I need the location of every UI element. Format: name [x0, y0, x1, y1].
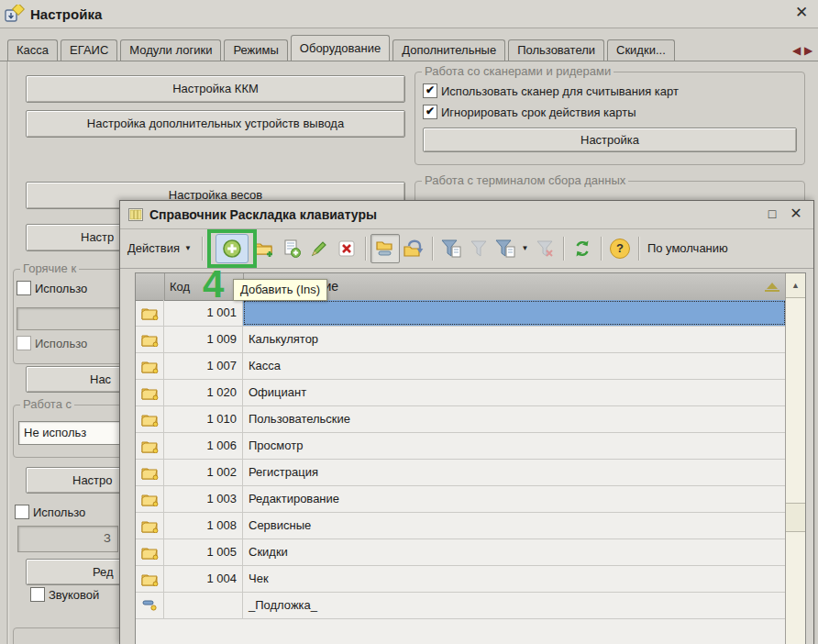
tab-kassa[interactable]: Касса — [7, 39, 58, 61]
toolbar-separator — [638, 237, 639, 261]
table-row[interactable]: 1 001 — [136, 300, 786, 327]
move-to-group-button[interactable] — [400, 235, 427, 262]
delete-icon — [337, 239, 357, 259]
code-cell[interactable]: 1 003 — [164, 486, 243, 512]
table-row[interactable]: _Подложка_ — [136, 593, 786, 619]
toolbar-separator — [432, 237, 433, 261]
scroll-up-icon[interactable]: ▲ — [786, 273, 805, 298]
folder-icon — [141, 439, 159, 453]
button-label-fragment: Нас — [90, 367, 111, 392]
table-row[interactable]: 1 002Регистрация — [136, 460, 786, 486]
header-icon-column[interactable] — [136, 273, 165, 300]
kkm-settings-button[interactable]: Настройка ККМ — [26, 75, 405, 103]
tab-skidki[interactable]: Скидки... — [607, 39, 675, 61]
code-cell[interactable] — [164, 593, 243, 618]
annotation-number: 4 — [203, 265, 224, 304]
code-cell[interactable]: 1 010 — [164, 406, 243, 432]
filter-history-icon — [494, 239, 516, 259]
copy-button[interactable] — [278, 235, 305, 262]
name-cell[interactable]: Пользовательские — [243, 406, 786, 432]
item-icon-cell — [136, 593, 164, 618]
code-cell[interactable]: 1 006 — [164, 433, 243, 459]
left-use-checkbox[interactable] — [15, 505, 29, 519]
filter-by-value-button[interactable] — [465, 235, 492, 262]
ignore-expiry-checkbox[interactable]: ✔ — [423, 105, 437, 119]
use-scanner-checkbox[interactable]: ✔ — [423, 83, 437, 98]
name-cell[interactable]: _Подложка_ — [243, 593, 786, 618]
code-cell[interactable]: 1 020 — [164, 380, 243, 405]
vertical-scrollbar[interactable]: ▲ — [785, 273, 805, 644]
not-used-combobox[interactable]: Не использ — [18, 421, 124, 445]
name-cell[interactable]: Редактирование — [243, 486, 786, 512]
add-group-button[interactable] — [250, 235, 278, 262]
ignore-expiry-label: Игнорировать срок действия карты — [441, 105, 636, 119]
name-cell[interactable]: Касса — [243, 353, 786, 379]
toolbar-separator — [365, 237, 366, 261]
name-cell[interactable]: Регистрация — [243, 460, 786, 485]
filter-sort-button[interactable] — [437, 235, 465, 262]
code-cell[interactable]: 1 008 — [164, 513, 243, 539]
code-cell[interactable]: 1 009 — [164, 327, 243, 352]
tab-dopolnitelnye[interactable]: Дополнительные — [392, 39, 505, 61]
table-row[interactable]: 1 010Пользовательские — [136, 406, 786, 433]
code-cell[interactable]: 1 007 — [164, 353, 243, 379]
table-row[interactable]: 1 009Калькулятор — [136, 327, 786, 353]
help-button[interactable]: ? — [606, 235, 634, 262]
edit-button-tool[interactable] — [305, 235, 333, 262]
name-cell[interactable]: Скидки — [243, 539, 786, 565]
tab-polzovateli[interactable]: Пользователи — [508, 39, 604, 61]
tab-moduli-logiki[interactable]: Модули логики — [120, 39, 221, 61]
tab-rezhimy[interactable]: Режимы — [224, 39, 287, 61]
actions-menu-button[interactable]: Действия ▼ — [127, 241, 192, 255]
name-cell[interactable]: Официант — [243, 380, 786, 405]
hotkeys-use2-checkbox[interactable] — [17, 336, 31, 350]
name-cell[interactable]: Чек — [243, 566, 786, 592]
copy-icon — [282, 239, 302, 259]
folder-icon — [141, 360, 159, 373]
table-row[interactable]: 1 007Касса — [136, 353, 786, 380]
tab-egais[interactable]: ЕГАИС — [61, 39, 117, 61]
code-cell[interactable]: 1 002 — [164, 460, 243, 485]
hotkeys-use-checkbox[interactable] — [17, 281, 31, 295]
disabled-field: З — [17, 526, 118, 552]
maximize-icon[interactable]: □ — [764, 205, 780, 222]
table-row[interactable]: 1 006Просмотр — [136, 433, 786, 460]
close-icon[interactable]: ✕ — [792, 4, 811, 22]
folder-icon — [141, 386, 159, 400]
table-row[interactable]: 1 005Скидки — [136, 539, 786, 566]
hotkeys-field — [17, 307, 123, 330]
main-titlebar: Настройка ✕ — [0, 0, 818, 28]
table-row[interactable]: 1 003Редактирование — [136, 486, 786, 513]
tab-scroll-left-icon[interactable]: ◀ — [790, 42, 802, 59]
add-button[interactable] — [216, 234, 249, 263]
filter-off-button[interactable] — [531, 235, 558, 262]
filter-sort-icon — [440, 239, 462, 259]
output-devices-button[interactable]: Настройка дополнительных устройств вывод… — [26, 110, 405, 138]
table-row[interactable]: 1 008Сервисные — [136, 513, 786, 539]
scanner-group-title: Работа со сканерами и ридерами — [422, 64, 614, 78]
table-row[interactable]: 1 004Чек — [136, 566, 786, 593]
delete-button[interactable] — [333, 235, 360, 262]
name-cell[interactable]: Калькулятор — [243, 327, 786, 352]
table-row[interactable]: 1 020Официант — [136, 380, 786, 406]
tab-oborudovanie[interactable]: Оборудование — [291, 35, 390, 61]
code-cell[interactable]: 1 005 — [164, 539, 243, 565]
folder-icon — [141, 519, 159, 533]
default-button[interactable]: По умолчанию — [647, 241, 728, 255]
add-icon — [222, 239, 242, 259]
table-body: 1 0011 009Калькулятор1 007Касса1 020Офиц… — [136, 300, 786, 644]
name-cell-selected[interactable] — [243, 300, 786, 326]
name-cell[interactable]: Просмотр — [243, 433, 786, 459]
tab-scroll-right-icon[interactable]: ▶ — [802, 42, 814, 59]
dialog-close-icon[interactable]: ✕ — [788, 205, 804, 222]
scrollbar-thumb[interactable] — [786, 503, 805, 532]
refresh-button[interactable] — [569, 235, 596, 262]
filter-history-button[interactable]: ▼ — [492, 235, 531, 262]
hierarchy-icon — [374, 239, 396, 259]
scanner-settings-button[interactable]: Настройка — [423, 128, 797, 152]
code-cell[interactable]: 1 004 — [164, 566, 243, 592]
hierarchy-view-button[interactable] — [370, 234, 400, 263]
name-cell[interactable]: Сервисные — [243, 513, 786, 539]
sound-checkbox[interactable] — [30, 587, 45, 602]
work-group-title: Работа с — [20, 397, 74, 411]
